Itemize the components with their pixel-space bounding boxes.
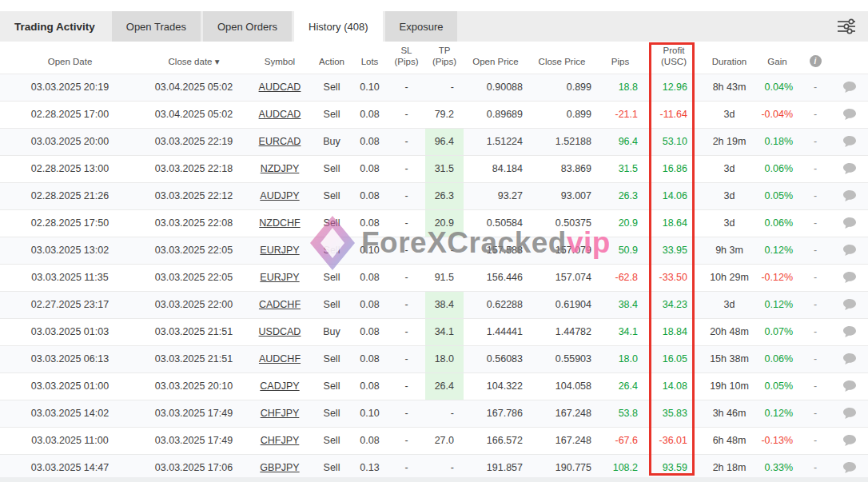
cell-close-date: 03.03.2025 20:10 (140, 372, 248, 400)
symbol-link[interactable]: EURCAD (259, 136, 301, 147)
cell-pips: 50.9 (596, 237, 644, 264)
column-header-close[interactable]: Close date ▾ (140, 42, 248, 74)
cell-symbol: EURJPY (248, 264, 312, 291)
symbol-link[interactable]: CHFJPY (261, 408, 300, 419)
symbol-link[interactable]: GBPJPY (260, 462, 299, 473)
cell-profit: 53.10 (644, 128, 703, 155)
cell-pips: 26.4 (596, 372, 644, 400)
cell-comment (831, 427, 868, 454)
column-header-tp: TP(Pips) (425, 42, 464, 74)
filter-button[interactable] (834, 15, 858, 38)
cell-info: - (799, 427, 831, 454)
cell-duration: 3d (703, 155, 755, 182)
comment-icon[interactable] (842, 380, 857, 392)
comment-icon[interactable] (842, 325, 857, 338)
cell-comment (831, 209, 868, 237)
cell-info: - (799, 74, 831, 101)
cell-sl-pips: - (388, 74, 425, 101)
cell-tp-pips: 27.0 (425, 427, 464, 454)
tab-open-trades[interactable]: Open Trades (112, 11, 201, 42)
symbol-link[interactable]: EURJPY (260, 272, 299, 283)
symbol-link[interactable]: CADCHF (259, 299, 301, 310)
cell-sl-pips: - (388, 155, 425, 182)
cell-profit: 33.95 (644, 237, 703, 264)
cell-symbol: CHFJPY (248, 427, 312, 454)
tab-label: Open Orders (217, 21, 277, 33)
cell-lots: 0.08 (352, 291, 388, 318)
cell-duration: 20h 48m (703, 318, 755, 345)
comment-icon[interactable] (842, 135, 857, 148)
tab-open-orders[interactable]: Open Orders (203, 11, 292, 42)
cell-pips: 20.9 (596, 209, 644, 237)
cell-pips: 26.3 (596, 182, 644, 209)
cell-open-date: 02.28.2025 17:00 (0, 101, 140, 128)
tab-label: Trading Activity (14, 21, 95, 33)
cell-sl-pips: - (388, 318, 425, 345)
symbol-link[interactable]: AUDCAD (259, 82, 301, 93)
comment-icon[interactable] (842, 108, 857, 121)
symbol-link[interactable]: AUDCAD (259, 109, 301, 120)
symbol-link[interactable]: CHFJPY (261, 435, 300, 446)
info-icon[interactable]: i (810, 55, 822, 67)
comment-icon[interactable] (842, 244, 857, 257)
tab-exposure[interactable]: Exposure (385, 11, 458, 42)
cell-symbol: NZDJPY (248, 155, 312, 182)
table-row: 02.28.2025 13:00 03.03.2025 22:18 NZDJPY… (0, 155, 868, 182)
column-header-gain: Gain (755, 42, 799, 74)
symbol-link[interactable]: AUDCHF (259, 353, 301, 364)
cell-lots: 0.08 (352, 101, 388, 128)
cell-pips: 38.4 (596, 291, 644, 318)
cell-comment (831, 291, 868, 318)
cell-gain: 0.07% (755, 318, 799, 345)
cell-close-price: 0.899 (528, 101, 596, 128)
cell-lots: 0.08 (352, 318, 388, 345)
cell-duration: 3d (703, 182, 755, 209)
comment-icon[interactable] (842, 407, 857, 420)
comment-icon[interactable] (842, 298, 857, 311)
cell-comment (831, 345, 868, 372)
cell-profit: 18.84 (644, 318, 703, 345)
table-row: 03.03.2025 20:19 03.04.2025 05:02 AUDCAD… (0, 74, 868, 101)
cell-info: - (799, 400, 831, 427)
comment-icon[interactable] (842, 162, 857, 175)
cell-profit: 14.08 (644, 372, 703, 400)
comment-icon[interactable] (842, 353, 857, 365)
tab-history-408[interactable]: History (408) (294, 11, 382, 42)
symbol-link[interactable]: NZDJPY (261, 163, 300, 174)
cell-gain: -0.12% (755, 264, 799, 291)
comment-icon[interactable] (842, 189, 857, 202)
cell-open-price: 167.786 (464, 400, 528, 427)
cell-duration: 8h 43m (703, 74, 755, 101)
cell-close-date: 03.03.2025 22:18 (140, 155, 248, 182)
cell-info: - (799, 101, 831, 128)
cell-open-price: 84.184 (464, 155, 528, 182)
cell-tp-pips: 26.3 (425, 182, 464, 209)
comment-icon[interactable] (842, 461, 857, 474)
cell-open-date: 03.03.2025 11:00 (0, 427, 140, 454)
symbol-link[interactable]: EURJPY (260, 245, 299, 256)
symbol-link[interactable]: AUDJPY (260, 190, 299, 201)
symbol-link[interactable]: USDCAD (259, 326, 301, 337)
column-header-comment (831, 42, 868, 74)
cell-open-price: 0.50584 (464, 209, 528, 237)
cell-lots: 0.10 (352, 237, 388, 264)
history-table: Open DateClose date ▾SymbolActionLotsSL(… (0, 42, 868, 482)
cell-pips: -21.1 (596, 101, 644, 128)
symbol-link[interactable]: CADJPY (260, 380, 299, 392)
cell-open-price: 156.446 (464, 264, 528, 291)
symbol-link[interactable]: NZDCHF (259, 217, 300, 229)
comment-icon[interactable] (842, 81, 857, 94)
cell-open-price: 1.51224 (464, 128, 528, 155)
cell-open-date: 02.27.2025 23:17 (0, 291, 140, 318)
comment-icon[interactable] (842, 271, 857, 284)
comment-icon[interactable] (842, 434, 857, 447)
comment-icon[interactable] (842, 217, 857, 229)
cell-info: - (799, 345, 831, 372)
cell-profit: 16.86 (644, 155, 703, 182)
cell-lots: 0.10 (352, 74, 388, 101)
table-row: 03.03.2025 14:02 03.03.2025 17:49 CHFJPY… (0, 400, 868, 427)
column-header-pips: Pips (596, 42, 644, 74)
cell-open-price: 0.89689 (464, 101, 528, 128)
cell-pips: 31.5 (596, 155, 644, 182)
column-header-info: i (799, 42, 831, 74)
